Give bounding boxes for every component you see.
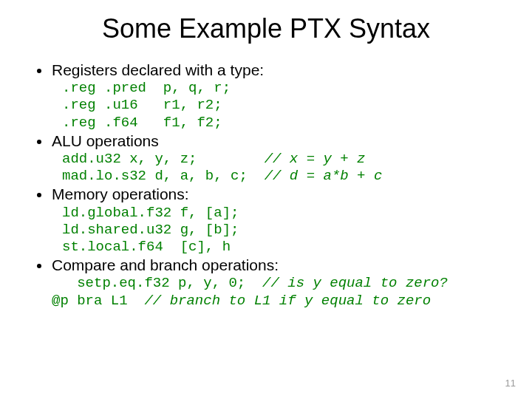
bullet-1-text: Registers declared with a type: — [52, 61, 264, 80]
slide-title: Some Example PTX Syntax — [30, 13, 502, 44]
bullet-dot-icon — [37, 140, 41, 144]
bullet-dot-icon — [37, 264, 41, 268]
code-cmp-l2: @p bra L1 — [52, 293, 144, 309]
bullet-4: Compare and branch operations: — [37, 256, 502, 275]
bullet-3-text: Memory operations: — [52, 185, 189, 204]
code-alu-l1: add.u32 x, y, z; — [62, 151, 265, 167]
bullet-dot-icon — [37, 69, 41, 73]
code-alu-c2: // d = a*b + c — [265, 168, 383, 184]
code-memory: ld.global.f32 f, [a]; ld.shared.u32 g, [… — [62, 205, 502, 256]
bullet-dot-icon — [37, 193, 41, 197]
bullet-2-text: ALU operations — [52, 132, 159, 151]
slide-content: Registers declared with a type: .reg .pr… — [30, 61, 502, 310]
code-compare: setp.eq.f32 p, y, 0; // is y equal to ze… — [52, 275, 502, 309]
page-number: 11 — [505, 378, 516, 389]
code-alu-c1: // x = y + z — [265, 151, 366, 167]
code-cmp-c1: // is y equal to zero? — [262, 275, 448, 291]
bullet-4-text: Compare and branch operations: — [52, 256, 279, 275]
code-cmp-c2: // branch to L1 if y equal to zero — [144, 293, 431, 309]
code-alu-l2: mad.lo.s32 d, a, b, c; — [62, 168, 265, 184]
code-cmp-l1: setp.eq.f32 p, y, 0; — [52, 275, 262, 291]
bullet-1: Registers declared with a type: — [37, 61, 502, 80]
code-alu: add.u32 x, y, z; // x = y + z mad.lo.s32… — [62, 151, 502, 185]
bullet-2: ALU operations — [37, 132, 502, 151]
bullet-3: Memory operations: — [37, 185, 502, 204]
code-registers: .reg .pred p, q, r; .reg .u16 r1, r2; .r… — [62, 80, 502, 132]
